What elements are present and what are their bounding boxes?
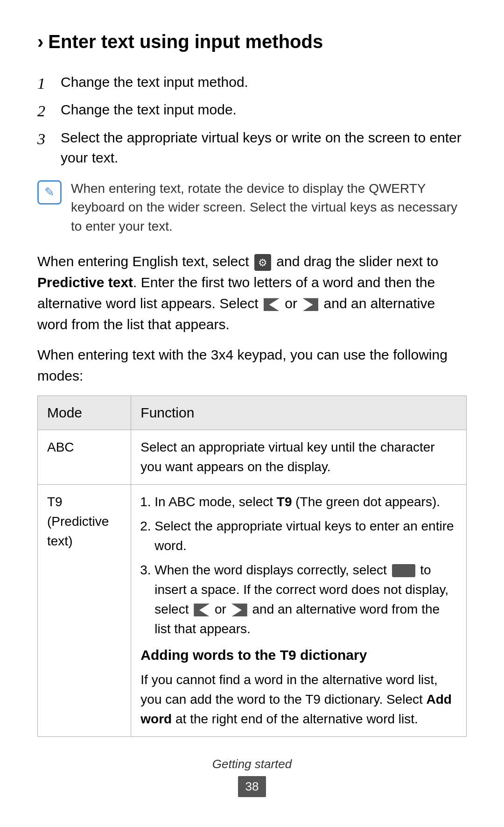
footer: Getting started 38 bbox=[37, 756, 467, 797]
mode-t9: T9 (Predictive text) bbox=[38, 484, 131, 736]
t9-subheading: Adding words to the T9 dictionary bbox=[140, 644, 457, 665]
modes-table: Mode Function ABC Select an appropriate … bbox=[37, 396, 467, 737]
step-1: 1 Change the text input method. bbox=[37, 72, 467, 95]
table-header-row: Mode Function bbox=[38, 396, 467, 430]
t9-sub-text: If you cannot find a word in the alterna… bbox=[140, 670, 457, 729]
function-abc: Select an appropriate virtual key until … bbox=[131, 430, 467, 484]
function-t9: In ABC mode, select T9 (The green dot ap… bbox=[131, 484, 467, 736]
nav-left-icon-2 bbox=[194, 603, 210, 616]
step-text: Change the text input mode. bbox=[61, 99, 237, 120]
note-icon: ✎ bbox=[37, 180, 62, 205]
table-row-t9: T9 (Predictive text) In ABC mode, select… bbox=[38, 484, 467, 736]
t9-step-3: When the word displays correctly, select… bbox=[154, 560, 457, 639]
chevron-icon: › bbox=[37, 28, 43, 55]
table-row-abc: ABC Select an appropriate virtual key un… bbox=[38, 430, 467, 484]
step-3: 3 Select the appropriate virtual keys or… bbox=[37, 127, 467, 168]
nav-left-icon bbox=[264, 298, 280, 311]
note-text: When entering text, rotate the device to… bbox=[71, 179, 467, 236]
step-2: 2 Change the text input mode. bbox=[37, 99, 467, 122]
body-paragraph-2: When entering text with the 3x4 keypad, … bbox=[37, 344, 467, 386]
note-box: ✎ When entering text, rotate the device … bbox=[37, 179, 467, 236]
gear-settings-icon bbox=[254, 254, 271, 271]
t9-step-1: In ABC mode, select T9 (The green dot ap… bbox=[154, 492, 457, 512]
step-number: 2 bbox=[37, 99, 61, 122]
nav-right-icon bbox=[302, 298, 318, 311]
mode-abc: ABC bbox=[38, 430, 131, 484]
nav-right-icon-2 bbox=[231, 603, 247, 616]
body-paragraph-1: When entering English text, select and d… bbox=[37, 251, 467, 335]
footer-section: Getting started bbox=[37, 756, 467, 773]
t9-steps-list: In ABC mode, select T9 (The green dot ap… bbox=[140, 492, 457, 639]
step-number: 3 bbox=[37, 127, 61, 150]
t9-step-2: Select the appropriate virtual keys to e… bbox=[154, 516, 457, 556]
table-header-function: Function bbox=[131, 396, 467, 430]
step-number: 1 bbox=[37, 72, 61, 95]
space-key-icon bbox=[392, 564, 415, 577]
step-text: Change the text input method. bbox=[61, 72, 248, 92]
footer-page-number: 38 bbox=[238, 776, 266, 798]
step-text: Select the appropriate virtual keys or w… bbox=[61, 127, 467, 168]
page-title: › Enter text using input methods bbox=[37, 28, 467, 55]
table-header-mode: Mode bbox=[38, 396, 131, 430]
steps-list: 1 Change the text input method. 2 Change… bbox=[37, 72, 467, 168]
